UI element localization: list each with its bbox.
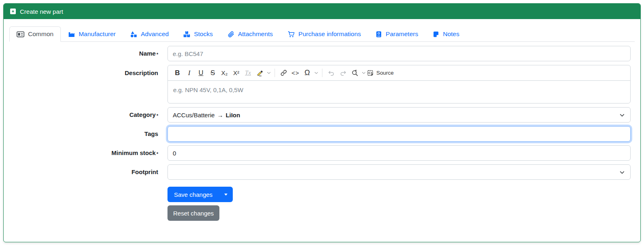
minimum-stock-row: Minimum stock* xyxy=(4,145,631,161)
boxes-stacked-icon xyxy=(183,31,190,38)
strikethrough-button[interactable]: S xyxy=(207,67,218,78)
save-button[interactable]: Save changes xyxy=(167,187,219,202)
italic-button[interactable]: I xyxy=(184,67,195,78)
tab-attachments[interactable]: Attachments xyxy=(220,26,280,42)
shopping-cart-icon xyxy=(288,31,295,38)
reset-button[interactable]: Reset changes xyxy=(167,205,219,221)
highlight-marker-icon xyxy=(256,69,264,77)
tab-parameters[interactable]: Parameters xyxy=(368,26,425,42)
toolbar-separator xyxy=(322,69,322,77)
minimum-stock-input[interactable] xyxy=(167,145,631,161)
tags-row: Tags xyxy=(4,126,631,142)
shapes-icon xyxy=(130,31,137,38)
footprint-row: Footprint xyxy=(4,164,631,180)
footprint-select[interactable] xyxy=(167,164,631,180)
redo-button[interactable] xyxy=(337,67,348,78)
link-icon xyxy=(280,69,287,76)
bold-button[interactable]: B xyxy=(172,67,183,78)
save-button-row: Save changes xyxy=(4,183,631,202)
tab-advanced[interactable]: Advanced xyxy=(123,26,176,42)
description-editor-area[interactable]: e.g. NPN 45V, 0,1A, 0,5W xyxy=(168,81,630,103)
chevron-down-icon xyxy=(620,112,624,116)
rich-text-editor: B I U S X₂ X² Tx xyxy=(167,65,631,103)
name-row: Name* xyxy=(4,46,631,61)
code-button[interactable]: <> xyxy=(290,67,301,78)
create-part-card: Create new part Common Manufacturer xyxy=(3,3,641,242)
tab-label: Common xyxy=(28,30,54,38)
tab-stocks[interactable]: Stocks xyxy=(176,26,220,42)
special-character-button[interactable]: Ω xyxy=(302,67,313,78)
sticky-note-icon xyxy=(433,31,439,38)
tab-common[interactable]: Common xyxy=(9,26,61,42)
square-plus-icon xyxy=(10,8,16,15)
editor-toolbar: B I U S X₂ X² Tx xyxy=(168,65,630,81)
category-selected-value: LiIon xyxy=(225,112,240,119)
save-dropdown-toggle[interactable] xyxy=(219,187,233,202)
category-row: Category* ACCus/Batterie → LiIon xyxy=(4,107,631,123)
footprint-label: Footprint xyxy=(4,164,167,180)
common-tab-panel: Name* Description B I U S X₂ X² Tx xyxy=(4,42,640,221)
underline-button[interactable]: U xyxy=(195,67,206,78)
name-input[interactable] xyxy=(167,46,631,61)
paperclip-icon xyxy=(228,31,234,38)
save-button-group: Save changes xyxy=(167,187,233,202)
card-header: Create new part xyxy=(4,4,640,19)
name-label: Name* xyxy=(4,46,167,61)
tags-input[interactable] xyxy=(167,126,631,142)
link-button[interactable] xyxy=(278,67,289,78)
page-title: Create new part xyxy=(20,8,63,15)
tab-label: Purchase informations xyxy=(298,30,361,38)
tab-label: Advanced xyxy=(141,30,169,38)
tab-label: Parameters xyxy=(386,30,418,38)
description-row: Description B I U S X₂ X² Tx xyxy=(4,65,631,103)
required-asterisk: * xyxy=(157,151,158,156)
minimum-stock-label: Minimum stock* xyxy=(4,145,167,161)
undo-icon xyxy=(328,69,335,77)
description-label: Description xyxy=(4,65,167,78)
tab-purchase-informations[interactable]: Purchase informations xyxy=(280,26,368,42)
source-editing-button[interactable]: Source xyxy=(367,67,394,78)
highlight-marker-button[interactable] xyxy=(254,67,265,78)
subscript-button[interactable]: X₂ xyxy=(219,67,230,78)
remove-format-button[interactable]: Tx xyxy=(243,67,253,78)
tab-label: Attachments xyxy=(238,30,273,38)
source-label: Source xyxy=(376,70,394,76)
chevron-down-icon xyxy=(620,169,624,174)
category-select[interactable]: ACCus/Batterie → LiIon xyxy=(167,107,631,123)
tab-bar: Common Manufacturer Advanced Stocks xyxy=(9,26,635,42)
chevron-down-icon[interactable] xyxy=(362,71,365,74)
address-card-icon xyxy=(17,31,24,37)
find-replace-icon xyxy=(351,69,358,77)
tab-notes[interactable]: Notes xyxy=(425,26,467,42)
category-arrow: → xyxy=(217,112,223,119)
factory-icon xyxy=(68,31,75,38)
reset-button-row: Reset changes xyxy=(4,205,631,221)
toolbar-separator xyxy=(275,69,275,77)
caret-down-icon xyxy=(224,194,228,196)
tab-label: Manufacturer xyxy=(79,30,116,38)
chevron-down-icon[interactable] xyxy=(267,71,270,74)
required-asterisk: * xyxy=(157,52,158,57)
find-replace-button[interactable] xyxy=(349,67,360,78)
chevron-down-icon[interactable] xyxy=(315,71,318,74)
category-parent: ACCus/Batterie xyxy=(173,112,215,119)
description-placeholder: e.g. NPN 45V, 0,1A, 0,5W xyxy=(173,86,243,93)
tab-label: Stocks xyxy=(194,30,213,38)
source-editing-icon xyxy=(367,69,374,77)
address-book-icon xyxy=(376,31,382,38)
required-asterisk: * xyxy=(157,113,158,118)
redo-icon xyxy=(339,69,347,77)
tab-manufacturer[interactable]: Manufacturer xyxy=(61,26,123,42)
tab-label: Notes xyxy=(443,30,459,38)
superscript-button[interactable]: X² xyxy=(231,67,242,78)
tags-label: Tags xyxy=(4,126,167,142)
category-label: Category* xyxy=(4,107,167,123)
undo-button[interactable] xyxy=(326,67,337,78)
